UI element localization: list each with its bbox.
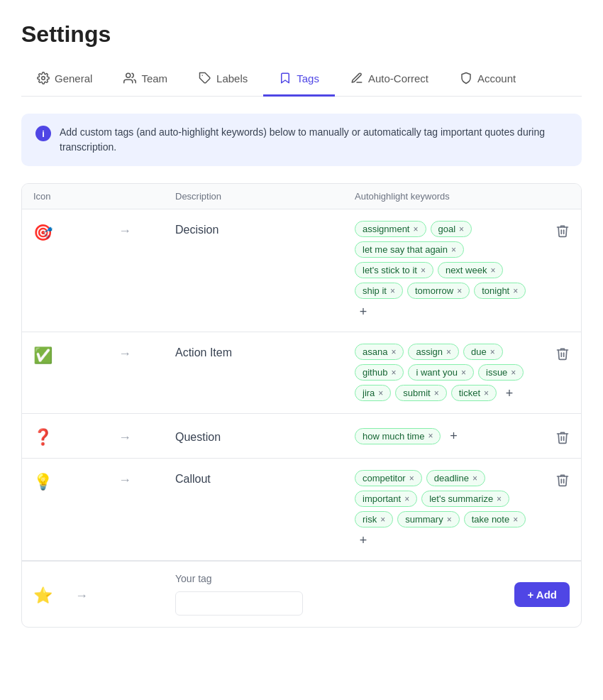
tab-autocorrect-label: Auto-Correct <box>368 72 428 84</box>
your-tag-right: + Add <box>514 582 570 607</box>
tab-general-label: General <box>55 72 92 84</box>
remove-keyword[interactable]: × <box>391 368 396 378</box>
keyword-chip: assign × <box>408 344 459 360</box>
remove-keyword[interactable]: × <box>390 286 395 296</box>
tags-table: Icon Description Autohighlight keywords … <box>21 183 582 628</box>
delete-action-item-button[interactable] <box>534 344 570 361</box>
keyword-chip: next week × <box>438 262 504 278</box>
your-tag-input[interactable] <box>175 591 303 616</box>
remove-keyword[interactable]: × <box>421 266 426 275</box>
tab-autocorrect[interactable]: Auto-Correct <box>335 65 444 97</box>
remove-keyword[interactable]: × <box>380 515 385 525</box>
info-icon: i <box>35 126 51 141</box>
remove-keyword[interactable]: × <box>513 286 518 296</box>
tab-labels-label: Labels <box>216 72 248 84</box>
remove-keyword[interactable]: × <box>457 286 462 296</box>
remove-keyword[interactable]: × <box>459 224 464 234</box>
keyword-chip: ship it × <box>355 283 403 299</box>
tab-tags-label: Tags <box>297 72 319 84</box>
keyword-chip: risk × <box>355 511 393 527</box>
tab-general[interactable]: General <box>21 65 108 97</box>
tabs-nav: General Team Labels Tags Auto-Correct Ac… <box>21 65 582 97</box>
tab-tags[interactable]: Tags <box>263 65 335 97</box>
remove-keyword[interactable]: × <box>378 388 383 398</box>
header-arrow <box>118 191 175 202</box>
remove-keyword[interactable]: × <box>391 347 396 357</box>
keyword-chip: important × <box>355 491 417 507</box>
svg-point-0 <box>42 77 45 80</box>
remove-keyword[interactable]: × <box>497 494 502 504</box>
info-text: Add custom tags (and auto-highlight keyw… <box>60 125 568 155</box>
labels-icon <box>199 72 211 84</box>
info-box: i Add custom tags (and auto-highlight ke… <box>21 114 582 166</box>
tab-account[interactable]: Account <box>444 65 531 97</box>
action-item-arrow: → <box>118 344 175 361</box>
delete-decision-button[interactable] <box>534 221 570 238</box>
table-row: ✅ → Action Item asana × assign × due × g… <box>22 332 581 414</box>
add-keyword-button[interactable]: + <box>501 385 518 402</box>
keyword-chip: submit × <box>395 385 446 401</box>
keyword-chip: competitor × <box>355 470 422 486</box>
action-item-label: Action Item <box>175 344 355 359</box>
autocorrect-icon <box>350 72 363 84</box>
delete-callout-button[interactable] <box>534 470 570 487</box>
keyword-chip: goal × <box>431 221 472 237</box>
keyword-chip: i want you × <box>408 364 474 381</box>
keyword-chip: issue × <box>478 364 524 381</box>
remove-keyword[interactable]: × <box>447 515 452 525</box>
remove-keyword[interactable]: × <box>461 368 466 378</box>
callout-icon: 💡 <box>33 470 118 491</box>
keyword-chip: take note × <box>464 511 526 527</box>
header-keywords: Autohighlight keywords <box>355 191 534 202</box>
remove-keyword[interactable]: × <box>490 266 495 275</box>
keyword-chip: summary × <box>397 511 459 527</box>
svg-point-1 <box>126 73 131 77</box>
remove-keyword[interactable]: × <box>413 224 418 234</box>
keyword-chip: ticket × <box>451 385 497 401</box>
keyword-chip: github × <box>355 364 404 381</box>
table-row: 💡 → Callout competitor × deadline × impo… <box>22 459 581 561</box>
remove-keyword[interactable]: × <box>472 474 477 483</box>
keyword-chip: tomorrow × <box>407 283 470 299</box>
tab-account-label: Account <box>477 72 516 84</box>
keyword-chip: deadline × <box>426 470 485 486</box>
action-item-keywords: asana × assign × due × github × i want y… <box>355 344 534 402</box>
add-keyword-button[interactable]: + <box>355 303 372 320</box>
add-tag-button[interactable]: + Add <box>514 582 570 607</box>
remove-keyword[interactable]: × <box>434 388 439 398</box>
remove-keyword[interactable]: × <box>490 347 495 357</box>
table-row: ❓ → Question how much time × + <box>22 414 581 459</box>
remove-keyword[interactable]: × <box>404 494 409 504</box>
team-icon <box>123 72 136 84</box>
question-keywords: how much time × + <box>355 427 534 444</box>
your-tag-wrapper: ⭐ → Your tag + Add <box>22 562 581 627</box>
remove-keyword[interactable]: × <box>428 431 433 441</box>
remove-keyword[interactable]: × <box>513 515 518 525</box>
table-row: 🎯 → Decision assignment × goal × let me … <box>22 209 581 332</box>
question-arrow: → <box>118 427 175 445</box>
callout-arrow: → <box>118 470 175 488</box>
your-tag-left: ⭐ → <box>33 584 175 605</box>
header-actions <box>534 191 570 202</box>
delete-question-button[interactable] <box>534 427 570 444</box>
keyword-chip: assignment × <box>355 221 426 237</box>
keyword-chip: let me say that again × <box>355 241 464 258</box>
tab-team[interactable]: Team <box>108 65 183 97</box>
decision-keywords: assignment × goal × let me say that agai… <box>355 221 534 320</box>
remove-keyword[interactable]: × <box>451 245 456 255</box>
callout-keywords: competitor × deadline × important × let'… <box>355 470 534 549</box>
callout-label: Callout <box>175 470 355 486</box>
tags-icon <box>279 72 292 84</box>
remove-keyword[interactable]: × <box>409 474 414 483</box>
action-item-icon: ✅ <box>33 344 118 365</box>
tab-labels[interactable]: Labels <box>183 65 263 97</box>
add-keyword-button[interactable]: + <box>355 532 372 549</box>
remove-keyword[interactable]: × <box>511 368 516 378</box>
add-keyword-button[interactable]: + <box>445 427 462 444</box>
remove-keyword[interactable]: × <box>484 388 489 398</box>
remove-keyword[interactable]: × <box>446 347 451 357</box>
keyword-chip: tonight × <box>474 283 526 299</box>
your-tag-arrow: → <box>75 586 88 603</box>
keyword-chip: due × <box>463 344 503 360</box>
page-title: Settings <box>21 21 582 48</box>
